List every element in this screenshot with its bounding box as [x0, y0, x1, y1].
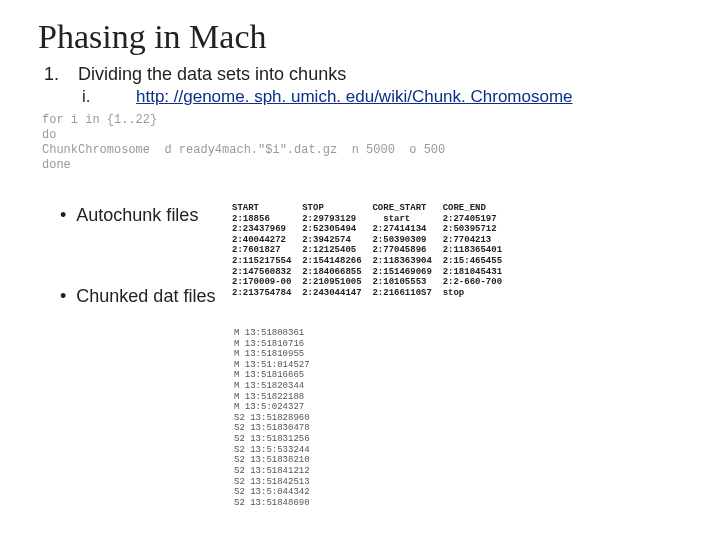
- step-1-i-number: i.: [38, 87, 136, 107]
- bullet-autochunk-label: Autochunk files: [76, 205, 198, 226]
- chunked-dat-list: M 13:51808361 M 13:51810716 M 13:5181095…: [234, 328, 310, 508]
- chunk-chromosome-link[interactable]: http: //genome. sph. umich. edu/wiki/Chu…: [136, 87, 573, 107]
- step-1-number: 1.: [38, 64, 78, 85]
- bullet-dot-icon: •: [60, 205, 66, 226]
- step-1-i: i. http: //genome. sph. umich. edu/wiki/…: [38, 87, 682, 107]
- step-1: 1. Dividing the data sets into chunks: [38, 64, 682, 85]
- step-1-text: Dividing the data sets into chunks: [78, 64, 682, 85]
- page-title: Phasing in Mach: [38, 18, 682, 56]
- shell-code: for i in {1..22} do ChunkChromosome d re…: [42, 113, 682, 173]
- bullet-chunked-label: Chunked dat files: [76, 286, 215, 307]
- slide: Phasing in Mach 1. Dividing the data set…: [0, 0, 720, 540]
- autochunk-table: START STOP CORE_START CORE_END 2:18856 2…: [232, 203, 502, 298]
- bullet-dot-icon: •: [60, 286, 66, 307]
- autochunk-table-content: START STOP CORE_START CORE_END 2:18856 2…: [232, 203, 502, 298]
